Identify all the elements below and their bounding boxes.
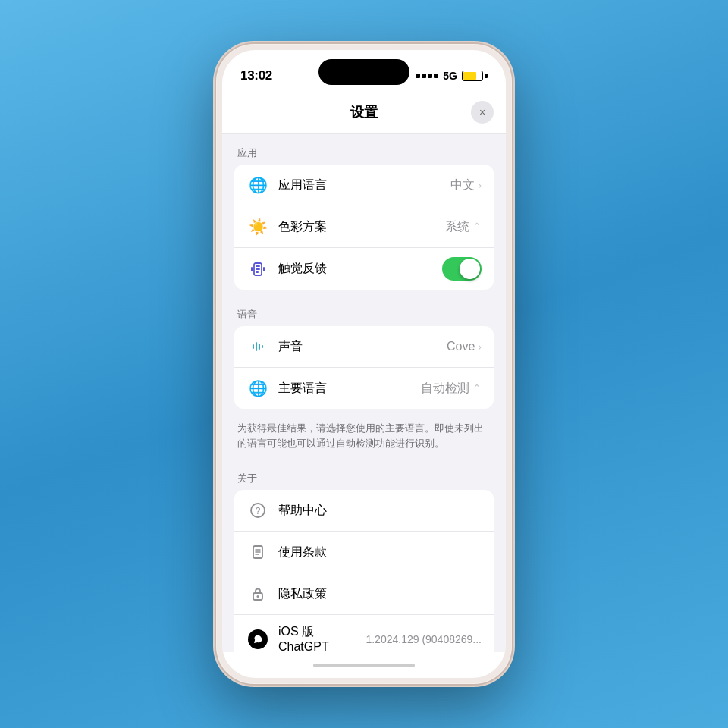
phone-frame: 13:02 5G 设置 (216, 44, 512, 684)
color-scheme-value: 系统 ⌃ (445, 219, 482, 235)
svg-point-17 (257, 595, 259, 598)
close-button[interactable]: × (471, 101, 494, 124)
sound-label: 声音 (278, 339, 447, 355)
about-section-label: 关于 (222, 460, 506, 490)
status-bar: 13:02 5G (222, 50, 506, 91)
svg-rect-5 (263, 267, 265, 271)
svg-rect-6 (253, 344, 254, 349)
help-center-row[interactable]: ? 帮助中心 (234, 490, 494, 531)
chatgpt-row[interactable]: iOS 版 ChatGPT 1.2024.129 (90408269... (234, 614, 494, 652)
svg-rect-7 (256, 342, 257, 351)
home-indicator (222, 652, 506, 678)
chatgpt-label: iOS 版 ChatGPT (278, 624, 366, 652)
network-type: 5G (443, 70, 457, 82)
svg-rect-3 (256, 271, 259, 273)
color-scheme-row[interactable]: ☀️ 色彩方案 系统 ⌃ (234, 206, 494, 247)
settings-header: 设置 × (222, 91, 506, 134)
svg-text:?: ? (256, 506, 261, 516)
app-settings-group: 🌐 应用语言 中文 › ☀️ 色彩方案 系统 ⌃ (234, 165, 494, 290)
chatgpt-version: 1.2024.129 (90408269... (366, 633, 482, 645)
toggle-knob (460, 259, 480, 279)
lock-icon (246, 582, 269, 605)
terms-row[interactable]: 使用条款 (234, 531, 494, 573)
settings-title: 设置 (350, 103, 378, 121)
sun-icon: ☀️ (246, 215, 269, 238)
sound-value: Cove › (447, 340, 482, 353)
svg-rect-4 (251, 267, 253, 271)
about-settings-group: ? 帮助中心 使用条款 (234, 490, 494, 652)
status-right: 5G (416, 70, 488, 82)
voice-settings-group: 声音 Cove › 🌐 主要语言 自动检测 ⌃ (234, 326, 494, 409)
svg-rect-9 (262, 345, 263, 348)
chatgpt-app-icon (246, 628, 269, 651)
privacy-label: 隐私政策 (278, 586, 482, 602)
screen: 13:02 5G 设置 (222, 50, 506, 678)
updown-icon: ⌃ (472, 221, 482, 233)
chevron-right-icon: › (478, 179, 482, 191)
doc-icon (246, 541, 269, 563)
help-center-label: 帮助中心 (278, 503, 482, 519)
dynamic-island (318, 59, 410, 85)
privacy-row[interactable]: 隐私政策 (234, 573, 494, 614)
app-section-label: 应用 (222, 134, 506, 165)
sound-row[interactable]: 声音 Cove › (234, 326, 494, 367)
haptic-toggle[interactable] (442, 257, 482, 281)
terms-label: 使用条款 (278, 544, 482, 560)
signal-icon (416, 74, 438, 78)
haptic-icon (246, 258, 269, 281)
close-icon: × (479, 106, 485, 118)
chevron-sound-icon: › (478, 340, 482, 353)
globe-icon: 🌐 (246, 174, 269, 196)
home-bar (313, 664, 415, 667)
svg-rect-1 (256, 265, 260, 267)
battery-indicator (462, 71, 488, 81)
voice-section-label: 语音 (222, 296, 506, 326)
status-time: 13:02 (240, 68, 272, 83)
svg-rect-8 (259, 344, 260, 350)
voice-note: 为获得最佳结果，请选择您使用的主要语言。即使未列出的语言可能也可以通过自动检测功… (222, 415, 506, 460)
help-icon: ? (246, 499, 269, 522)
app-language-value: 中文 › (450, 177, 482, 193)
color-scheme-label: 色彩方案 (278, 219, 445, 235)
haptic-feedback-label: 触觉反馈 (278, 261, 442, 277)
primary-language-label: 主要语言 (278, 381, 421, 397)
haptic-feedback-row[interactable]: 触觉反馈 (234, 247, 494, 290)
primary-language-value: 自动检测 ⌃ (421, 381, 482, 397)
updown2-icon: ⌃ (472, 382, 482, 394)
primary-language-row[interactable]: 🌐 主要语言 自动检测 ⌃ (234, 367, 494, 409)
globe2-icon: 🌐 (246, 377, 269, 400)
app-language-row[interactable]: 🌐 应用语言 中文 › (234, 165, 494, 206)
settings-content: 设置 × 应用 🌐 应用语言 中文 › ☀️ (222, 91, 506, 652)
app-language-label: 应用语言 (278, 177, 450, 193)
svg-rect-2 (256, 268, 260, 270)
sound-icon (246, 335, 269, 358)
